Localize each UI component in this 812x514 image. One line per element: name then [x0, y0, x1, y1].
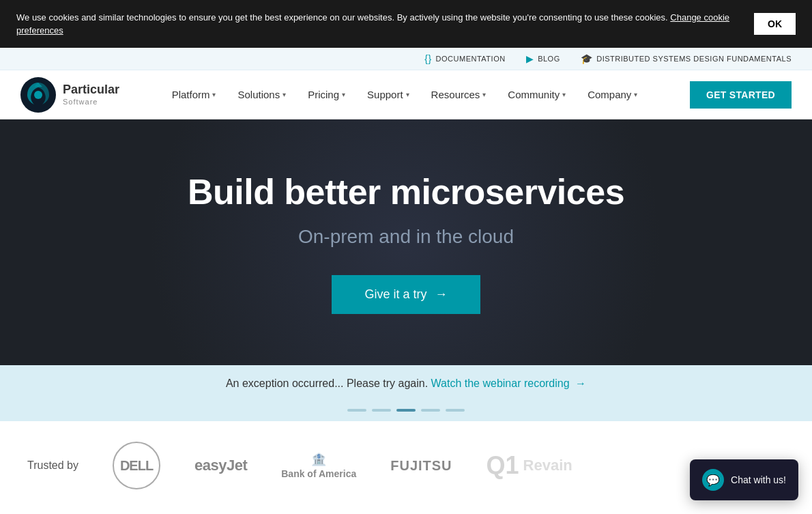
boa-logo: 🏦 Bank of America — [281, 452, 356, 479]
solutions-chevron-icon: ▾ — [282, 91, 286, 98]
cookie-banner: We use cookies and similar technologies … — [0, 0, 812, 48]
nav-pricing[interactable]: Pricing ▾ — [298, 83, 355, 106]
support-chevron-icon: ▾ — [406, 91, 409, 98]
dot-2[interactable] — [372, 409, 391, 412]
resources-chevron-icon: ▾ — [482, 91, 486, 98]
nav-company-label: Company — [588, 89, 631, 100]
dot-3[interactable] — [396, 409, 416, 412]
dots-indicator — [0, 402, 812, 421]
top-bar-blog[interactable]: ▶ BLOG — [526, 53, 560, 64]
boa-container: 🏦 Bank of America — [281, 452, 356, 479]
notification-banner: An exception occurred... Please try agai… — [0, 365, 812, 402]
pricing-chevron-icon: ▾ — [342, 91, 345, 98]
logo-icon — [20, 77, 56, 113]
nav-support-label: Support — [367, 89, 403, 100]
get-started-button[interactable]: GET STARTED — [690, 81, 792, 109]
notification-text: An exception occurred... Please try agai… — [226, 377, 428, 389]
hero-title: Build better microservices — [188, 171, 624, 212]
dell-logo: DELL — [113, 442, 160, 489]
top-bar-dsd[interactable]: 🎓 DISTRIBUTED SYSTEMS DESIGN FUNDAMENTAL… — [581, 53, 792, 64]
video-icon: ▶ — [526, 53, 534, 64]
hero-cta-button[interactable]: Give it a try → — [332, 275, 480, 314]
trusted-logos: DELL easyJet 🏦 Bank of America FUJITSU Q… — [113, 442, 785, 489]
dot-4[interactable] — [421, 409, 440, 412]
nav-company[interactable]: Company ▾ — [578, 83, 647, 106]
hero-cta-arrow-icon: → — [435, 287, 448, 302]
hero-cta-label: Give it a try — [364, 287, 426, 302]
easyjet-text: easyJet — [194, 457, 247, 474]
hero-section: Build better microservices On-prem and i… — [0, 119, 812, 365]
hero-subtitle: On-prem and in the cloud — [298, 226, 514, 248]
nav-platform[interactable]: Platform ▾ — [162, 83, 226, 106]
nav-pricing-label: Pricing — [308, 89, 339, 100]
cookie-banner-text: We use cookies and similar technologies … — [16, 11, 740, 38]
chat-widget[interactable]: 💬 Chat with us! — [690, 459, 798, 500]
main-nav: Particular Software Platform ▾ Solutions… — [0, 70, 812, 119]
cookie-ok-button[interactable]: OK — [754, 13, 796, 35]
nav-platform-label: Platform — [172, 89, 210, 100]
revain-text: Revain — [523, 457, 572, 474]
chat-icon: 💬 — [702, 469, 724, 491]
boa-icon: 🏦 — [311, 452, 326, 467]
notification-arrow-icon: → — [575, 377, 586, 389]
nav-community-label: Community — [508, 89, 560, 100]
nav-links: Platform ▾ Solutions ▾ Pricing ▾ Support… — [119, 83, 690, 106]
dot-1[interactable] — [347, 409, 366, 412]
revain-logo: Q1 Revain — [487, 451, 572, 480]
nav-support[interactable]: Support ▾ — [358, 83, 419, 106]
graduation-icon: 🎓 — [581, 53, 593, 64]
platform-chevron-icon: ▾ — [212, 91, 216, 98]
revain-q-icon: Q1 — [487, 451, 519, 480]
top-bar: {} DOCUMENTATION ▶ BLOG 🎓 DISTRIBUTED SY… — [0, 48, 812, 70]
logo[interactable]: Particular Software — [20, 77, 119, 113]
notification-link[interactable]: Watch the webinar recording → — [431, 377, 587, 389]
svg-point-1 — [34, 91, 42, 99]
chat-label: Chat with us! — [731, 474, 786, 485]
logo-text: Particular Software — [63, 83, 119, 106]
notification-link-text: Watch the webinar recording — [431, 377, 570, 389]
top-bar-documentation-label: DOCUMENTATION — [436, 55, 506, 63]
dot-5[interactable] — [446, 409, 465, 412]
fujitsu-text: FUJITSU — [390, 458, 452, 474]
trusted-label: Trusted by — [27, 459, 78, 472]
cookie-message: We use cookies and similar technologies … — [16, 12, 668, 23]
community-chevron-icon: ▾ — [562, 91, 566, 98]
easyjet-logo: easyJet — [194, 457, 247, 474]
company-chevron-icon: ▾ — [634, 91, 637, 98]
top-bar-documentation[interactable]: {} DOCUMENTATION — [424, 53, 505, 64]
nav-solutions[interactable]: Solutions ▾ — [228, 83, 295, 106]
nav-community[interactable]: Community ▾ — [498, 83, 575, 106]
nav-resources[interactable]: Resources ▾ — [422, 83, 496, 106]
fujitsu-logo: FUJITSU — [390, 458, 452, 474]
top-bar-blog-label: BLOG — [538, 55, 560, 63]
boa-text: Bank of America — [281, 468, 356, 479]
nav-resources-label: Resources — [431, 89, 480, 100]
dell-logo-circle: DELL — [113, 442, 160, 489]
top-bar-dsd-label: DISTRIBUTED SYSTEMS DESIGN FUNDAMENTALS — [596, 55, 792, 63]
code-icon: {} — [424, 53, 431, 64]
nav-solutions-label: Solutions — [237, 89, 280, 100]
